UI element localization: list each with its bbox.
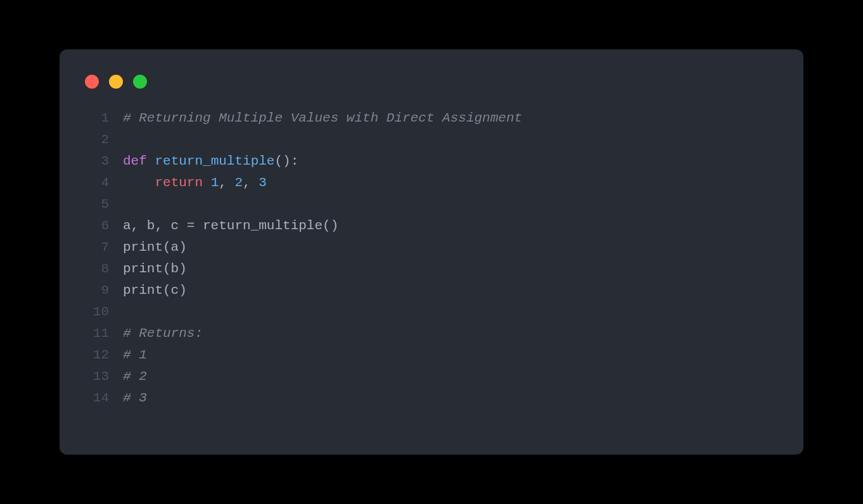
code-line: 1# Returning Multiple Values with Direct… <box>82 108 522 129</box>
code-line: 14# 3 <box>82 387 522 409</box>
code-line: 5 <box>82 194 522 215</box>
token-number: 2 <box>234 175 243 190</box>
token-comment: # Returns: <box>123 326 203 341</box>
line-content: # 1 <box>109 344 147 366</box>
token-return: return <box>155 175 203 190</box>
token-plain: (a) <box>163 240 187 255</box>
token-keyword: def <box>123 154 147 168</box>
token-plain: (): <box>274 154 298 168</box>
code-card: 1# Returning Multiple Values with Direct… <box>60 49 803 455</box>
code-line: 7print(a) <box>82 237 522 258</box>
token-comment: # 3 <box>123 391 147 405</box>
code-line: 2 <box>82 129 522 151</box>
line-content: # Returning Multiple Values with Direct … <box>109 108 522 129</box>
token-plain: (b) <box>163 261 187 276</box>
line-content: print(b) <box>109 258 187 280</box>
line-content: def return_multiple(): <box>109 151 298 172</box>
line-content: return 1, 2, 3 <box>109 172 267 194</box>
line-content <box>109 301 123 323</box>
token-plain <box>203 175 211 190</box>
line-number: 12 <box>82 344 109 366</box>
token-comment: # 2 <box>123 369 147 384</box>
code-line: 8print(b) <box>82 258 522 280</box>
token-plain: a, b, c = return_multiple() <box>123 218 338 233</box>
token-func: print <box>123 240 163 255</box>
window-controls <box>85 75 147 89</box>
code-block: 1# Returning Multiple Values with Direct… <box>82 108 522 409</box>
line-content <box>109 129 123 151</box>
zoom-icon[interactable] <box>133 75 147 89</box>
line-number: 5 <box>82 194 109 215</box>
token-comment: # Returning Multiple Values with Direct … <box>123 111 522 125</box>
token-plain: (c) <box>163 283 187 298</box>
token-func: print <box>123 261 163 276</box>
token-plain <box>147 154 155 168</box>
code-line: 13# 2 <box>82 366 522 387</box>
line-number: 8 <box>82 258 109 280</box>
token-plain: , <box>243 175 259 190</box>
token-number: 1 <box>211 175 219 190</box>
token-plain: , <box>219 175 234 190</box>
code-line: 12# 1 <box>82 344 522 366</box>
line-content: # 3 <box>109 387 147 409</box>
line-number: 11 <box>82 323 109 344</box>
line-content <box>109 194 123 215</box>
line-content: # Returns: <box>109 323 203 344</box>
line-content: # 2 <box>109 366 147 387</box>
line-content: print(c) <box>109 280 187 301</box>
line-number: 6 <box>82 215 109 237</box>
close-icon[interactable] <box>85 75 99 89</box>
line-number: 7 <box>82 237 109 258</box>
token-func: print <box>123 283 163 298</box>
line-number: 1 <box>82 108 109 129</box>
code-line: 9print(c) <box>82 280 522 301</box>
token-plain <box>123 175 155 190</box>
code-line: 6a, b, c = return_multiple() <box>82 215 522 237</box>
code-line: 11# Returns: <box>82 323 522 344</box>
line-content: a, b, c = return_multiple() <box>109 215 338 237</box>
line-number: 9 <box>82 280 109 301</box>
minimize-icon[interactable] <box>109 75 123 89</box>
token-comment: # 1 <box>123 348 147 362</box>
token-def: return_multiple <box>155 154 274 168</box>
line-number: 13 <box>82 366 109 387</box>
code-line: 10 <box>82 301 522 323</box>
line-number: 3 <box>82 151 109 172</box>
code-line: 4 return 1, 2, 3 <box>82 172 522 194</box>
line-content: print(a) <box>109 237 187 258</box>
token-number: 3 <box>259 175 267 190</box>
line-number: 10 <box>82 301 109 323</box>
code-line: 3def return_multiple(): <box>82 151 522 172</box>
line-number: 2 <box>82 129 109 151</box>
line-number: 14 <box>82 387 109 409</box>
line-number: 4 <box>82 172 109 194</box>
